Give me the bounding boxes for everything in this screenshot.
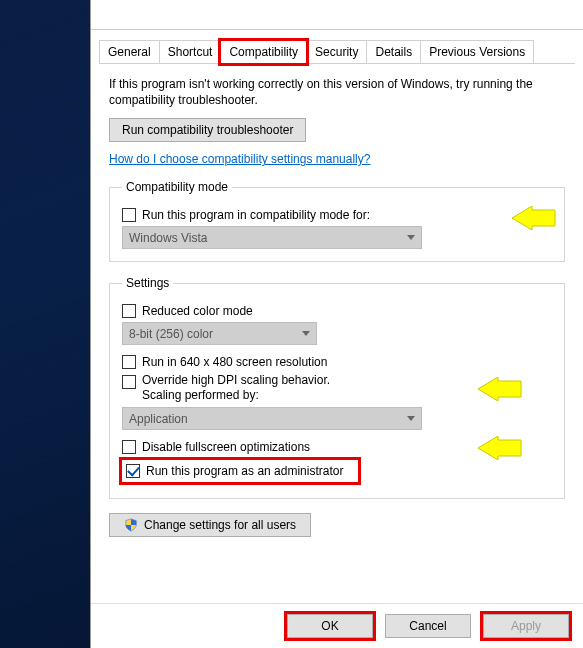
apply-button[interactable]: Apply [483,614,569,638]
chevron-down-icon [302,331,310,336]
tab-security[interactable]: Security [306,40,367,63]
run-as-admin-checkbox[interactable] [126,464,140,478]
settings-legend: Settings [122,276,173,290]
ok-button[interactable]: OK [287,614,373,638]
color-mode-combo[interactable]: 8-bit (256) color [122,322,317,345]
properties-window: General Shortcut Compatibility Security … [90,0,583,648]
change-all-users-button[interactable]: Change settings for all users [109,513,311,537]
annotation-arrow-icon [510,206,556,230]
dpi-scaling-combo-value: Application [129,412,188,426]
compatibility-mode-legend: Compatibility mode [122,180,232,194]
tab-content: If this program isn't working correctly … [91,64,583,547]
compat-mode-checkbox[interactable] [122,208,136,222]
cancel-button[interactable]: Cancel [385,614,471,638]
chevron-down-icon [407,235,415,240]
annotation-arrow-icon [476,377,522,401]
color-mode-combo-value: 8-bit (256) color [129,327,213,341]
titlebar [91,0,583,30]
reduced-color-label: Reduced color mode [142,304,253,318]
tab-strip: General Shortcut Compatibility Security … [91,30,583,63]
dpi-scaling-combo[interactable]: Application [122,407,422,430]
tab-details[interactable]: Details [366,40,421,63]
tab-previous-versions[interactable]: Previous Versions [420,40,534,63]
reduced-color-checkbox[interactable] [122,304,136,318]
compat-mode-combo[interactable]: Windows Vista [122,226,422,249]
run-as-admin-label: Run this program as an administrator [146,464,343,478]
compat-mode-label: Run this program in compatibility mode f… [142,208,370,222]
run-640-checkbox[interactable] [122,355,136,369]
annotation-arrow-icon [476,436,522,460]
compatibility-mode-group: Compatibility mode Run this program in c… [109,180,565,262]
change-all-users-label: Change settings for all users [144,518,296,532]
desktop-background [0,0,90,648]
run-troubleshooter-button[interactable]: Run compatibility troubleshooter [109,118,306,142]
tab-shortcut[interactable]: Shortcut [159,40,222,63]
manual-settings-link[interactable]: How do I choose compatibility settings m… [109,152,370,166]
intro-text: If this program isn't working correctly … [109,76,565,108]
dpi-override-checkbox[interactable] [122,375,136,389]
run-640-label: Run in 640 x 480 screen resolution [142,355,327,369]
chevron-down-icon [407,416,415,421]
dpi-override-label: Override high DPI scaling behavior. Scal… [142,373,330,403]
tab-compatibility[interactable]: Compatibility [220,40,307,64]
shield-icon [124,518,138,532]
dialog-button-bar: OK Cancel Apply [91,603,583,648]
disable-fullscreen-checkbox[interactable] [122,440,136,454]
tab-general[interactable]: General [99,40,160,63]
disable-fullscreen-label: Disable fullscreen optimizations [142,440,310,454]
settings-group: Settings Reduced color mode 8-bit (256) … [109,276,565,499]
compat-mode-combo-value: Windows Vista [129,231,207,245]
